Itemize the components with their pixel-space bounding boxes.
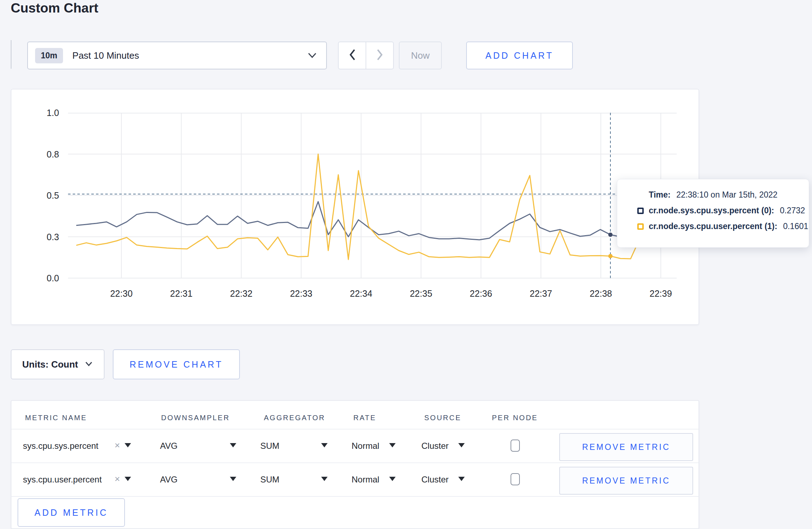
units-dropdown[interactable]: Units: Count: [11, 349, 105, 379]
downsampler-select[interactable]: AVG: [160, 441, 178, 451]
tooltip-series-value: 0.2732: [780, 206, 805, 215]
aggregator-dropdown-icon[interactable]: [321, 477, 328, 481]
chart-plot-area[interactable]: [68, 113, 677, 279]
x-tick-label: 22:39: [639, 288, 682, 299]
chevron-down-icon: [307, 52, 318, 59]
step-back-button[interactable]: [339, 42, 366, 69]
rate-dropdown-icon[interactable]: [389, 477, 396, 481]
source-dropdown-icon[interactable]: [458, 477, 465, 481]
series-line-sys: [76, 202, 671, 240]
remove-metric-button[interactable]: REMOVE METRIC: [559, 467, 693, 495]
remove-metric-button[interactable]: REMOVE METRIC: [559, 433, 693, 461]
series-line-user: [76, 154, 671, 260]
aggregator-select[interactable]: SUM: [260, 441, 279, 451]
metric-name-value[interactable]: sys.cpu.user.percent: [23, 475, 102, 485]
tooltip-series-row: cr.node.sys.cpu.sys.percent (0): 0.2732: [637, 206, 809, 215]
downsampler-dropdown-icon[interactable]: [230, 443, 236, 447]
time-range-label: Past 10 Minutes: [72, 50, 139, 61]
chart-tooltip: Time: 22:38:10 on Mar 15th, 2022 cr.node…: [617, 179, 809, 248]
y-tick-label: 0.3: [34, 232, 59, 242]
clear-metric-icon[interactable]: ×: [115, 440, 120, 451]
tooltip-series-value: 0.1601: [783, 222, 808, 231]
per-node-checkbox[interactable]: [511, 440, 520, 452]
time-range-badge: 10m: [35, 48, 63, 63]
y-tick-label: 1.0: [34, 108, 59, 118]
tooltip-time-row: Time: 22:38:10 on Mar 15th, 2022: [637, 190, 809, 200]
x-tick-label: 22:35: [400, 288, 443, 299]
downsampler-select[interactable]: AVG: [160, 475, 178, 485]
row-divider: [11, 429, 699, 429]
step-forward-button[interactable]: [366, 42, 393, 69]
hover-point-user: [608, 254, 613, 258]
metric-name-dropdown-icon[interactable]: [125, 443, 131, 447]
clear-metric-icon[interactable]: ×: [115, 474, 120, 485]
units-label: Units: Count: [22, 359, 78, 370]
series-user-swatch-icon: [637, 223, 644, 230]
x-tick-label: 22:36: [459, 288, 502, 299]
metric-name-value[interactable]: sys.cpu.sys.percent: [23, 441, 98, 451]
time-range-dropdown[interactable]: 10m Past 10 Minutes: [27, 42, 327, 69]
hover-point-sys: [608, 233, 613, 237]
metric-name-dropdown-icon[interactable]: [125, 477, 131, 481]
row-divider: [11, 496, 699, 497]
y-tick-label: 0.5: [34, 190, 59, 200]
col-header-source: SOURCE: [424, 414, 461, 422]
rate-select[interactable]: Normal: [352, 441, 379, 451]
rate-dropdown-icon[interactable]: [389, 443, 396, 447]
x-tick-label: 22:31: [160, 288, 203, 299]
aggregator-select[interactable]: SUM: [260, 475, 279, 485]
y-tick-label: 0.8: [34, 149, 59, 159]
source-select[interactable]: Cluster: [421, 475, 449, 485]
chevron-left-icon: [348, 48, 357, 63]
x-tick-label: 22:37: [519, 288, 562, 299]
source-dropdown-icon[interactable]: [458, 443, 465, 447]
metrics-table: METRIC NAME DOWNSAMPLER AGGREGATOR RATE …: [11, 400, 699, 529]
col-header-per-node: PER NODE: [492, 414, 538, 422]
x-tick-label: 22:34: [340, 288, 383, 299]
col-header-rate: RATE: [353, 414, 376, 422]
row-divider: [11, 462, 699, 463]
x-tick-label: 22:32: [220, 288, 263, 299]
col-header-metric-name: METRIC NAME: [25, 414, 87, 422]
x-tick-label: 22:30: [100, 288, 143, 299]
rate-select[interactable]: Normal: [352, 475, 379, 485]
x-tick-label: 22:38: [579, 288, 622, 299]
series-sys-swatch-icon: [637, 208, 644, 214]
remove-chart-button[interactable]: REMOVE CHART: [113, 349, 240, 379]
tooltip-series-label: cr.node.sys.cpu.user.percent (1):: [649, 222, 777, 231]
tooltip-time-value: 22:38:10 on Mar 15th, 2022: [676, 190, 778, 200]
toolbar-divider: [11, 40, 11, 69]
add-metric-button[interactable]: ADD METRIC: [18, 498, 125, 527]
aggregator-dropdown-icon[interactable]: [321, 443, 328, 447]
page-title: Custom Chart: [11, 1, 98, 16]
now-button[interactable]: Now: [399, 42, 442, 69]
tooltip-series-row: cr.node.sys.cpu.user.percent (1): 0.1601: [637, 222, 809, 231]
downsampler-dropdown-icon[interactable]: [230, 477, 236, 481]
col-header-downsampler: DOWNSAMPLER: [161, 414, 230, 422]
chevron-right-icon: [375, 48, 385, 63]
custom-chart-page: Custom Chart 10m Past 10 Minutes Now ADD…: [0, 0, 812, 529]
per-node-checkbox[interactable]: [511, 473, 520, 485]
tooltip-time-label: Time:: [649, 190, 671, 200]
add-chart-button[interactable]: ADD CHART: [466, 42, 573, 69]
col-header-aggregator: AGGREGATOR: [264, 414, 325, 422]
time-step-buttons: [338, 42, 394, 69]
source-select[interactable]: Cluster: [421, 441, 449, 451]
y-tick-label: 0.0: [34, 273, 59, 283]
chevron-down-icon: [84, 361, 93, 368]
x-tick-label: 22:33: [280, 288, 323, 299]
tooltip-series-label: cr.node.sys.cpu.sys.percent (0):: [649, 206, 774, 215]
